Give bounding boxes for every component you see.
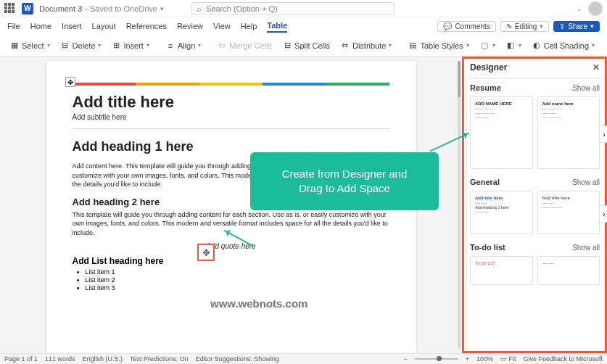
template-card[interactable]: Add title here── ───── ── ── [537, 191, 600, 234]
zoom-slider[interactable] [415, 358, 458, 360]
tab-file[interactable]: File [7, 20, 20, 32]
share-button[interactable]: ⇪Share▾ [553, 21, 600, 32]
table-styles-button[interactable]: ▤Table Styles▾ [404, 39, 472, 52]
select-button[interactable]: ▦Select▾ [6, 39, 54, 52]
show-all-link[interactable]: Show all [572, 84, 600, 92]
chevron-right-icon[interactable]: › [599, 125, 607, 143]
select-icon: ▦ [9, 41, 20, 51]
distribute-icon: ⇔ [340, 41, 350, 51]
search-placeholder: Search (Option + Q) [206, 4, 278, 13]
list-heading[interactable]: Add List heading here [73, 256, 390, 266]
shading-icon: ◐ [532, 41, 542, 51]
section-todo: To-do list [470, 243, 505, 252]
designer-pane: Designer ✕ Resume Show all ADD NAME HERE… [462, 57, 607, 353]
tab-view[interactable]: View [213, 20, 231, 32]
styles-icon: ▤ [408, 41, 418, 51]
annotation-callout: Create from Designer andDrag to Add Spac… [250, 152, 439, 210]
doc-title[interactable]: Add title here [73, 93, 390, 112]
merge-cells-button: ▭Merge Cells [213, 39, 276, 52]
search-icon: ⌕ [197, 4, 202, 13]
document-name[interactable]: Document 3 - Saved to OneDrive ▾ [39, 4, 164, 13]
word-app-icon: W [22, 3, 33, 15]
tab-references[interactable]: References [126, 20, 167, 32]
show-all-link[interactable]: Show all [572, 178, 600, 186]
list-item[interactable]: List item 2 [86, 276, 390, 284]
section-resume: Resume [470, 83, 501, 92]
watermark-text: www.webnots.com [210, 297, 307, 310]
ribbon-toggle-icon[interactable]: ⌄ [577, 5, 582, 12]
quote-placeholder[interactable]: Add quote here [73, 242, 390, 250]
list-item[interactable]: List item 1 [86, 268, 390, 276]
tab-help[interactable]: Help [241, 20, 257, 32]
border-color-icon: ◧ [505, 41, 516, 51]
align-button[interactable]: ≡Align▾ [162, 39, 205, 52]
template-card[interactable]: ADD NAME HERE─── ────── ── ──── ─── [470, 96, 533, 169]
comment-icon: 💬 [443, 22, 452, 30]
status-bar: Page 1 of 1 111 words English (U.S.) Tex… [0, 353, 607, 364]
border-color-button[interactable]: ◧▾ [502, 39, 525, 52]
text-predictions[interactable]: Text Predictions: On [130, 355, 189, 363]
doc-subtitle[interactable]: Add subtitle here [73, 113, 390, 121]
doc-name-text: Document 3 [39, 4, 82, 13]
zoom-in-icon[interactable]: + [466, 355, 469, 363]
color-divider [73, 83, 390, 86]
page-indicator[interactable]: Page 1 of 1 [4, 355, 38, 363]
tab-home[interactable]: Home [30, 20, 51, 32]
table-move-handle[interactable]: ✥ [65, 77, 75, 87]
bullet-list[interactable]: List item 1 List item 2 List item 3 [73, 268, 390, 291]
language-indicator[interactable]: English (U.S.) [83, 355, 123, 363]
comments-button[interactable]: 💬Comments [437, 21, 495, 32]
template-card[interactable]: Add title here── ──Add heading 1 here───… [470, 191, 533, 234]
insert-icon: ⊞ [111, 41, 121, 51]
title-bar: W Document 3 - Saved to OneDrive ▾ ⌕ Sea… [0, 0, 607, 17]
border-icon: ▢ [479, 41, 490, 51]
template-card[interactable]: ── ── [537, 256, 600, 285]
table-toolbar: ▦Select▾ ⊟Delete▾ ⊞Insert▾ ≡Align▾ ▭Merg… [0, 35, 607, 57]
tab-layout[interactable]: Layout [92, 20, 116, 32]
designer-title: Designer [470, 62, 507, 73]
feedback-link[interactable]: Give Feedback to Microsoft [523, 355, 603, 363]
delete-icon: ⊟ [60, 41, 70, 51]
split-icon: ⊟ [282, 41, 292, 51]
pencil-icon: ✎ [506, 22, 512, 30]
section-general: General [470, 178, 500, 186]
search-input[interactable]: ⌕ Search (Option + Q) [191, 2, 395, 15]
cell-shading-button[interactable]: ◐Cell Shading▾ [528, 39, 598, 52]
list-item[interactable]: List item 3 [86, 284, 390, 291]
zoom-level[interactable]: 100% [476, 355, 493, 363]
align-icon: ≡ [165, 41, 176, 51]
show-all-link[interactable]: Show all [572, 244, 600, 252]
tab-table[interactable]: Table [267, 20, 287, 33]
merge-icon: ▭ [217, 41, 227, 51]
canvas-scrollbar[interactable] [458, 61, 461, 349]
tab-review[interactable]: Review [177, 20, 203, 32]
drag-space-handle[interactable]: ✥ [197, 244, 215, 261]
fit-button[interactable]: ▭ Fit [500, 355, 516, 363]
border-style-button[interactable]: ▢▾ [476, 39, 499, 52]
template-card[interactable]: Add name here── ─── ───── ──── ── ── [537, 96, 600, 169]
save-status: - Saved to OneDrive [85, 4, 157, 13]
close-icon[interactable]: ✕ [592, 62, 600, 73]
app-launcher-icon[interactable] [4, 3, 16, 15]
chevron-down-icon[interactable]: ▾ [160, 5, 164, 12]
delete-button[interactable]: ⊟Delete▾ [57, 39, 105, 52]
chevron-right-icon[interactable]: › [599, 205, 607, 223]
word-count[interactable]: 111 words [45, 355, 75, 363]
share-icon: ⇪ [559, 22, 565, 30]
editor-suggestions[interactable]: Editor Suggestions: Showing [196, 355, 279, 363]
template-card[interactable]: TO-DO LIST [470, 256, 533, 285]
tab-insert[interactable]: Insert [62, 20, 82, 32]
menu-bar: File Home Insert Layout References Revie… [0, 17, 607, 35]
split-cells-button[interactable]: ⊟Split Cells [278, 39, 334, 52]
distribute-button[interactable]: ⇔Distribute▾ [336, 39, 395, 52]
insert-button[interactable]: ⊞Insert▾ [107, 39, 153, 52]
zoom-out-icon[interactable]: − [403, 355, 407, 363]
editing-mode-button[interactable]: ✎Editing▾ [500, 21, 550, 32]
user-avatar[interactable] [588, 1, 603, 16]
